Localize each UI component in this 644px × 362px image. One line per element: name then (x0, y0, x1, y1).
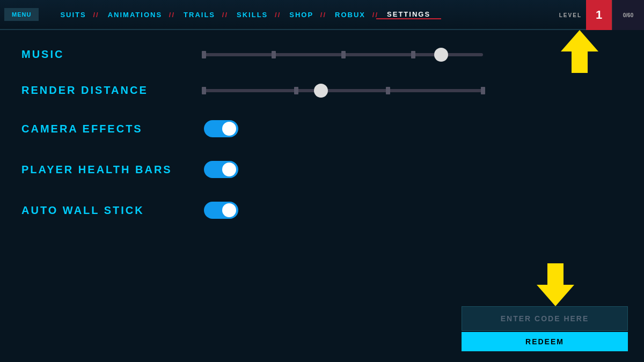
music-slider-track (204, 53, 483, 56)
music-slider[interactable] (204, 49, 483, 60)
code-section: REDEEM (462, 306, 628, 351)
setting-row-player-health-bars: PLAYER HEALTH BARS (21, 153, 623, 178)
navbar: MENU SUITS ANIMATIONS TRAILS SKILLS SHOP… (0, 0, 644, 30)
nav-item-suits[interactable]: SUITS (49, 11, 97, 19)
render-distance-slider-track (204, 89, 483, 92)
nav-item-robux[interactable]: ROBUX (324, 11, 376, 19)
slider-tick (202, 87, 206, 94)
camera-effects-toggle-knob (222, 122, 236, 136)
nav-item-settings[interactable]: SETTINGS (376, 10, 441, 19)
nav-item-skills[interactable]: SKILLS (226, 11, 279, 19)
arrow-down-icon (537, 263, 574, 306)
setting-label-music: MUSIC (21, 48, 204, 61)
slider-tick (202, 51, 206, 58)
slider-tick (272, 51, 276, 58)
setting-label-auto-wall-stick: AUTO WALL STICK (21, 204, 204, 217)
render-distance-slider[interactable] (204, 85, 483, 96)
nav-item-shop[interactable]: SHOP (279, 11, 324, 19)
setting-label-camera-effects: CAMERA EFFECTS (21, 123, 204, 135)
setting-row-render-distance: RENDER DISTANCE (21, 77, 623, 97)
code-input[interactable] (462, 306, 628, 331)
level-label: LEVEL (559, 12, 582, 18)
auto-wall-stick-toggle[interactable] (204, 202, 238, 219)
render-distance-slider-thumb[interactable] (314, 84, 328, 98)
slider-tick (294, 87, 298, 94)
level-value: 1 (586, 0, 612, 30)
player-health-bars-toggle[interactable] (204, 161, 238, 178)
arrow-up-icon (561, 30, 598, 73)
svg-marker-1 (537, 263, 574, 306)
slider-tick (341, 51, 346, 58)
camera-effects-toggle[interactable] (204, 120, 238, 137)
setting-row-camera-effects: CAMERA EFFECTS (21, 113, 623, 137)
redeem-button[interactable]: REDEEM (462, 332, 628, 351)
level-box: LEVEL 1 0/60 (559, 0, 644, 30)
arrow-down-indicator (537, 263, 574, 308)
setting-label-player-health-bars: PLAYER HEALTH BARS (21, 164, 204, 176)
slider-tick (481, 87, 485, 94)
svg-marker-0 (561, 30, 598, 73)
menu-button[interactable]: MENU (4, 8, 39, 21)
setting-label-render-distance: RENDER DISTANCE (21, 84, 204, 97)
setting-row-auto-wall-stick: AUTO WALL STICK (21, 194, 623, 219)
music-slider-thumb[interactable] (434, 48, 448, 62)
slider-tick (386, 87, 390, 94)
setting-row-music: MUSIC (21, 41, 623, 61)
level-xp: 0/60 (612, 0, 644, 30)
nav-items: SUITS ANIMATIONS TRAILS SKILLS SHOP ROBU… (39, 10, 644, 19)
auto-wall-stick-toggle-knob (222, 203, 236, 217)
nav-item-animations[interactable]: ANIMATIONS (97, 11, 173, 19)
arrow-up-indicator (561, 30, 598, 75)
slider-tick (411, 51, 415, 58)
player-health-bars-toggle-knob (222, 162, 236, 176)
nav-item-trails[interactable]: TRAILS (173, 11, 226, 19)
